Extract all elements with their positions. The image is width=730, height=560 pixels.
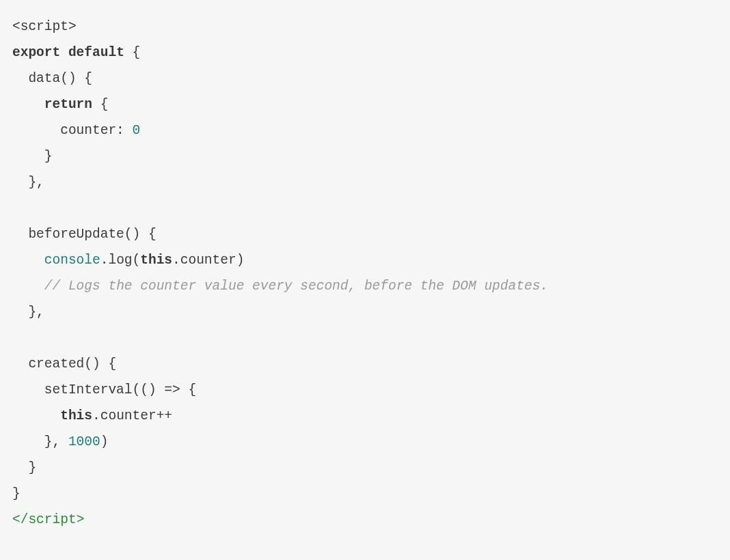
code-line: <script> <box>12 19 77 34</box>
keyword-default: default <box>68 45 124 60</box>
code-line: setInterval(() => { <box>12 382 196 397</box>
code-line: created() { <box>12 356 116 372</box>
keyword-export: export <box>12 45 60 60</box>
number-literal: 1000 <box>68 434 100 449</box>
console-object: console <box>44 253 100 268</box>
closing-script-tag: </script> <box>12 512 84 527</box>
keyword-this: this <box>60 408 92 423</box>
code-line: } <box>12 486 21 501</box>
number-literal: 0 <box>133 123 141 138</box>
comment: // Logs the counter value every second, … <box>44 279 548 294</box>
code-line: } <box>12 460 36 475</box>
code-line: }, <box>12 175 44 190</box>
code-block: <script> export default { data() { retur… <box>12 14 718 533</box>
code-line: beforeUpdate() { <box>12 227 157 242</box>
code-line: }, <box>12 305 44 320</box>
code-line: data() { <box>12 71 92 86</box>
code-line: } <box>12 149 53 164</box>
keyword-return: return <box>44 97 92 112</box>
keyword-this: this <box>140 253 172 268</box>
